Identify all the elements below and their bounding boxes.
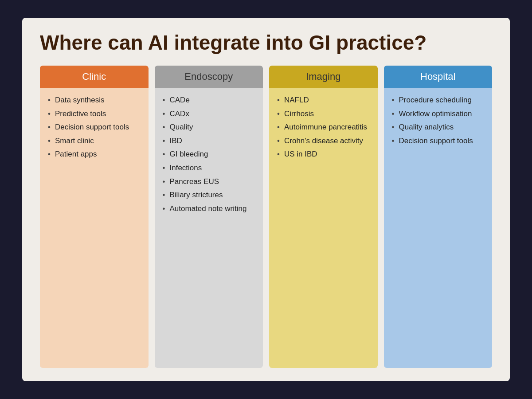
endoscopy-header: Endoscopy: [155, 66, 263, 88]
list-item: Pancreas EUS: [163, 176, 255, 188]
list-item: Quality: [163, 122, 255, 133]
column-clinic: Clinic Data synthesis Predictive tools D…: [40, 66, 149, 368]
list-item: Cirrhosis: [277, 109, 370, 120]
list-item: US in IBD: [277, 149, 370, 160]
list-item: CADe: [163, 95, 255, 106]
slide: Where can AI integrate into GI practice?…: [22, 18, 510, 381]
list-item: Autoimmune pancreatitis: [277, 122, 370, 133]
endoscopy-body: CADe CADx Quality IBD GI bleeding Infect…: [155, 88, 263, 368]
list-item: IBD: [163, 136, 255, 147]
list-item: Patient apps: [48, 149, 141, 160]
columns-container: Clinic Data synthesis Predictive tools D…: [40, 66, 492, 368]
list-item: Decision support tools: [392, 136, 485, 147]
hospital-header: Hospital: [384, 66, 493, 88]
list-item: Data synthesis: [48, 95, 141, 106]
list-item: Quality analytics: [392, 122, 485, 133]
list-item: NAFLD: [277, 95, 370, 106]
list-item: Procedure scheduling: [392, 95, 485, 106]
list-item: Smart clinic: [48, 136, 141, 147]
list-item: Workflow optimisation: [392, 109, 485, 120]
column-endoscopy: Endoscopy CADe CADx Quality IBD GI bleed…: [155, 66, 263, 368]
list-item: Automated note writing: [163, 203, 255, 215]
list-item: GI bleeding: [163, 149, 255, 160]
column-imaging: Imaging NAFLD Cirrhosis Autoimmune pancr…: [269, 66, 378, 368]
list-item: CADx: [163, 109, 255, 120]
clinic-body: Data synthesis Predictive tools Decision…: [40, 88, 149, 368]
list-item: Infections: [163, 163, 255, 174]
clinic-header: Clinic: [40, 66, 149, 88]
list-item: Decision support tools: [48, 122, 141, 133]
hospital-body: Procedure scheduling Workflow optimisati…: [384, 88, 493, 368]
list-item: Predictive tools: [48, 109, 141, 120]
clinic-list: Data synthesis Predictive tools Decision…: [48, 95, 141, 160]
imaging-body: NAFLD Cirrhosis Autoimmune pancreatitis …: [269, 88, 378, 368]
imaging-list: NAFLD Cirrhosis Autoimmune pancreatitis …: [277, 95, 370, 160]
endoscopy-list: CADe CADx Quality IBD GI bleeding Infect…: [163, 95, 255, 215]
imaging-header: Imaging: [269, 66, 378, 88]
hospital-list: Procedure scheduling Workflow optimisati…: [392, 95, 485, 147]
list-item: Biliary strictures: [163, 190, 255, 201]
list-item: Crohn's disease activity: [277, 136, 370, 147]
slide-title: Where can AI integrate into GI practice?: [40, 31, 492, 55]
column-hospital: Hospital Procedure scheduling Workflow o…: [384, 66, 493, 368]
